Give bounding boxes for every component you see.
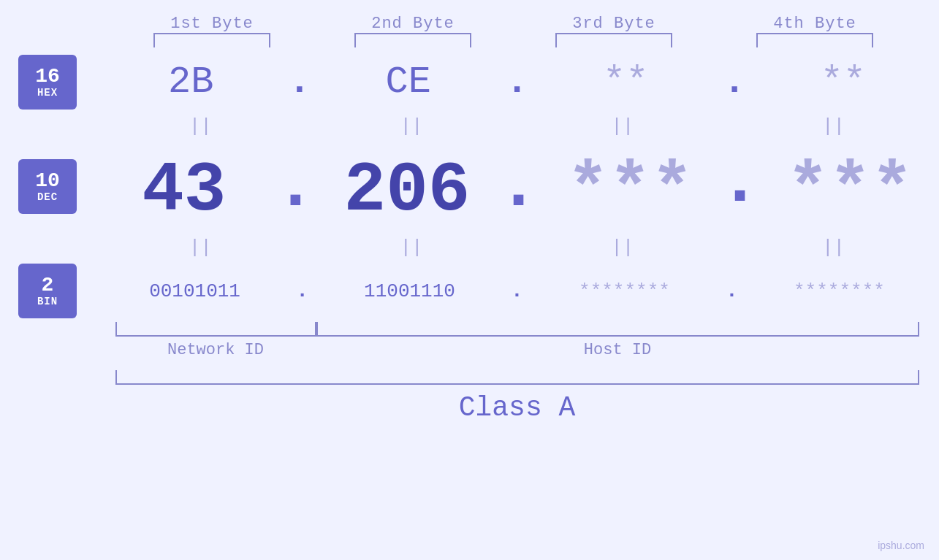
hex-badge: 16 HEX	[18, 55, 77, 110]
hex-cell-2: CE	[313, 61, 504, 104]
eq-sym-2-3: ||	[611, 237, 634, 258]
hex-dot-3: .	[723, 61, 745, 104]
dec-value-1: 43	[142, 151, 226, 231]
bracket-2	[354, 33, 471, 47]
bin-value-3: ********	[579, 280, 670, 302]
hex-cell-1: 2B	[95, 61, 286, 104]
dec-badge: 10 DEC	[18, 159, 77, 214]
bracket-cell-3	[514, 33, 715, 47]
bin-base-number: 2	[42, 275, 54, 296]
hex-dot-2: .	[506, 61, 528, 104]
hex-cell-3: **	[530, 61, 721, 104]
eq-sym-2-4: ||	[822, 237, 845, 258]
eq-cell-1-4: ||	[728, 115, 939, 137]
byte-label-2: 2nd Byte	[313, 15, 514, 33]
bottom-labels: Network ID Host ID	[115, 341, 919, 359]
bin-value-1: 00101011	[149, 280, 240, 302]
eq-sym-1-4: ||	[822, 115, 845, 137]
bin-badge: 2 BIN	[18, 264, 77, 318]
dec-base-number: 10	[35, 171, 60, 191]
bin-value-4: ********	[794, 280, 885, 302]
byte-labels-row: 1st Byte 2nd Byte 3rd Byte 4th Byte	[112, 15, 916, 33]
bin-values-row: 00101011 . 11001110 . ******** . *******…	[95, 280, 939, 302]
eq-cell-2-3: ||	[517, 237, 729, 258]
dec-cell-1: 43	[95, 151, 273, 231]
bottom-section: Network ID Host ID	[115, 322, 919, 359]
equals-row-1: || || || ||	[0, 110, 939, 142]
bin-cell-1: 00101011	[95, 280, 294, 302]
eq-cell-1-3: ||	[517, 115, 729, 137]
main-container: 1st Byte 2nd Byte 3rd Byte 4th Byte 16 H…	[0, 0, 939, 560]
hex-full-row: 16 HEX 2B . CE . ** . **	[0, 55, 939, 110]
eq-cell-2-1: ||	[95, 237, 306, 258]
dec-dot-2: .	[498, 152, 540, 231]
host-bracket	[316, 322, 919, 337]
bin-dot-1: .	[296, 280, 308, 302]
class-section: Class A	[115, 370, 919, 423]
bracket-1	[153, 33, 270, 47]
dec-value-2: 206	[344, 151, 471, 231]
top-bracket-row	[112, 33, 916, 47]
hex-dot-1: .	[288, 61, 311, 104]
equals-cells-1: || || || ||	[95, 115, 939, 137]
hex-value-3: **	[603, 61, 648, 104]
bottom-brackets	[115, 322, 919, 337]
byte-label-1: 1st Byte	[112, 15, 313, 33]
class-bracket	[115, 370, 919, 385]
dec-dot-3: .	[719, 142, 761, 231]
bin-cell-4: ********	[740, 280, 939, 302]
network-id-label: Network ID	[115, 341, 316, 359]
bracket-3	[555, 33, 672, 47]
watermark: ipshu.com	[878, 540, 924, 551]
bin-cell-2: 11001110	[310, 280, 509, 302]
bracket-cell-4	[715, 33, 916, 47]
hex-base-number: 16	[35, 66, 60, 87]
eq-cell-1-1: ||	[95, 115, 306, 137]
bin-badge-col: 2 BIN	[0, 264, 95, 318]
bin-full-row: 2 BIN 00101011 . 11001110 . ******** . *…	[0, 264, 939, 318]
hex-cell-4: **	[748, 61, 939, 104]
hex-value-1: 2B	[168, 61, 213, 104]
bin-base-name: BIN	[37, 296, 58, 307]
eq-sym-1-2: ||	[400, 115, 423, 137]
bin-dot-2: .	[511, 280, 523, 302]
dec-badge-col: 10 DEC	[0, 159, 95, 214]
equals-cells-2: || || || ||	[95, 237, 939, 258]
bracket-cell-2	[313, 33, 514, 47]
host-id-label: Host ID	[316, 341, 919, 359]
bin-cell-3: ********	[525, 280, 724, 302]
hex-value-4: **	[821, 61, 866, 104]
class-label: Class A	[115, 392, 919, 423]
bin-value-2: 11001110	[364, 280, 455, 302]
hex-badge-col: 16 HEX	[0, 55, 95, 110]
dec-dot-1: .	[275, 152, 317, 231]
eq-sym-2-1: ||	[189, 237, 212, 258]
eq-cell-2-2: ||	[306, 237, 517, 258]
hex-base-name: HEX	[37, 87, 58, 99]
eq-cell-2-4: ||	[728, 237, 939, 258]
equals-row-2: || || || ||	[0, 231, 939, 264]
eq-cell-1-2: ||	[306, 115, 517, 137]
bracket-4	[756, 33, 873, 47]
dec-cell-4: ***	[761, 151, 939, 231]
dec-full-row: 10 DEC 43 . 206 . *** . ***	[0, 142, 939, 231]
byte-label-3: 3rd Byte	[514, 15, 715, 33]
eq-sym-1-3: ||	[611, 115, 634, 137]
byte-label-4: 4th Byte	[715, 15, 916, 33]
dec-value-4: ***	[787, 151, 913, 231]
bracket-cell-1	[112, 33, 313, 47]
network-bracket	[115, 322, 316, 337]
dec-cell-2: 206	[318, 151, 496, 231]
hex-value-2: CE	[386, 61, 431, 104]
dec-cell-3: ***	[541, 151, 719, 231]
eq-sym-2-2: ||	[400, 237, 423, 258]
dec-values-row: 43 . 206 . *** . ***	[95, 142, 939, 231]
bin-dot-3: .	[726, 280, 738, 302]
hex-values-row: 2B . CE . ** . **	[95, 61, 939, 104]
dec-value-3: ***	[567, 151, 693, 231]
dec-base-name: DEC	[37, 191, 58, 203]
eq-sym-1-1: ||	[189, 115, 212, 137]
